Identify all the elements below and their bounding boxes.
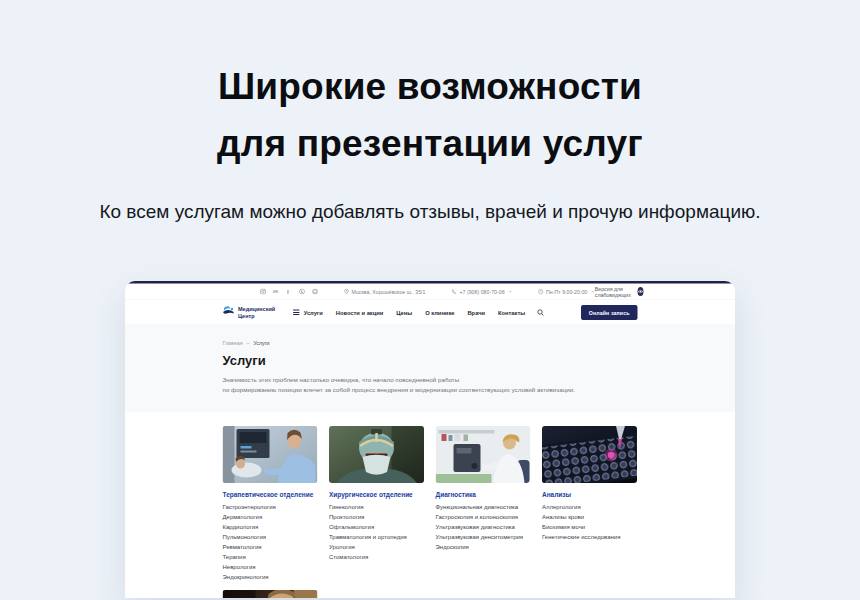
- instagram-icon[interactable]: [260, 288, 267, 295]
- service-link[interactable]: Ультразвуковая денситометрия: [436, 534, 531, 540]
- eye-icon[interactable]: [637, 287, 643, 296]
- service-link[interactable]: Проктология: [329, 514, 424, 520]
- menu-icon[interactable]: [293, 309, 300, 315]
- medical-site: VK f Москва, Хорошёвс: [125, 281, 735, 598]
- service-list: АллергологияАнализы кровиБиохимия мочиГе…: [542, 504, 637, 540]
- vk-icon[interactable]: VK: [273, 288, 280, 295]
- service-link[interactable]: Гастроскопия и колоноскопия: [436, 514, 531, 520]
- service-link[interactable]: Анализы крови: [542, 514, 637, 520]
- therapy-photo[interactable]: [223, 426, 318, 483]
- service-card-diagnostics: Диагностика Функциональная диагностикаГа…: [436, 426, 531, 584]
- service-link[interactable]: Гинекология: [329, 504, 424, 510]
- site-header: Медицинский Центр УслугиНовости и акцииЦ…: [125, 300, 735, 325]
- empty-cell: [542, 590, 637, 598]
- category-title[interactable]: Диагностика: [436, 491, 531, 498]
- location-pin-icon: [344, 288, 349, 294]
- service-link[interactable]: Ультразвуковая диагностика: [436, 524, 531, 530]
- service-link[interactable]: Стоматология: [329, 554, 424, 560]
- online-booking-button[interactable]: Онлайн запись: [581, 304, 638, 319]
- logo[interactable]: Медицинский Центр: [223, 305, 276, 318]
- hero-subtitle: Ко всем услугам можно добавлять отзывы, …: [0, 201, 860, 223]
- service-link[interactable]: Терапия: [223, 554, 318, 560]
- whatsapp-icon[interactable]: [312, 288, 319, 295]
- surgery-photo[interactable]: [329, 426, 424, 483]
- chevron-down-icon: [509, 290, 513, 293]
- service-list: Функциональная диагностикаГастроскопия и…: [436, 504, 531, 550]
- logo-line1: Медицинский: [238, 306, 275, 312]
- service-link[interactable]: Ревматология: [223, 544, 318, 550]
- svg-text:f: f: [287, 288, 289, 294]
- analyses-photo[interactable]: [542, 426, 637, 483]
- clock-icon: [538, 288, 544, 294]
- hours-item[interactable]: Пн-Пт 9:00-20:00: [538, 288, 595, 294]
- working-hours: Пн-Пт 9:00-20:00: [546, 288, 587, 294]
- intro-text: Значимость этих проблем настолько очевид…: [223, 375, 638, 395]
- empty-cell: [436, 590, 531, 598]
- nav-item-5[interactable]: Врачи: [467, 309, 485, 315]
- nav-item-3[interactable]: Цены: [396, 309, 412, 315]
- breadcrumb-current: Услуги: [253, 340, 269, 346]
- next-row-photo[interactable]: [223, 590, 318, 598]
- service-link[interactable]: Неврология: [223, 564, 318, 570]
- social-links: VK f: [260, 288, 319, 295]
- category-title[interactable]: Анализы: [542, 491, 637, 498]
- svg-text:VK: VK: [273, 289, 279, 294]
- service-link[interactable]: Урология: [329, 544, 424, 550]
- page-title: Услуги: [223, 352, 638, 368]
- site-preview-window: VK f Москва, Хорошёвс: [125, 281, 735, 598]
- main-nav: УслугиНовости и акцииЦеныО клиникеВрачиК…: [293, 309, 525, 315]
- phone-number: +7 (908) 080-70-08: [459, 288, 504, 294]
- intro-line1: Значимость этих проблем настолько очевид…: [223, 376, 460, 383]
- service-list: ГинекологияПроктологияОфтальмологияТравм…: [329, 504, 424, 560]
- hero-section: Широкие возможности для презентации услу…: [0, 0, 860, 223]
- nav-item-4[interactable]: О клинике: [425, 309, 454, 315]
- diagnostics-photo[interactable]: [436, 426, 531, 483]
- address-text: Москва, Хорошёвское ш., 35/1: [352, 288, 426, 294]
- empty-cell: [329, 590, 424, 598]
- service-card-surgery: Хирургическое отделение ГинекологияПрокт…: [329, 426, 424, 584]
- viber-icon[interactable]: [299, 288, 306, 295]
- nav-item-2[interactable]: Новости и акции: [336, 309, 384, 315]
- service-link[interactable]: Функциональная диагностика: [436, 504, 531, 510]
- phone-icon: [451, 288, 457, 294]
- service-link[interactable]: Аллергология: [542, 504, 637, 510]
- address-item: Москва, Хорошёвское ш., 35/1: [344, 288, 425, 294]
- service-list: ГастроэнтерологияДерматологияКардиология…: [223, 504, 318, 580]
- logo-text: Медицинский Центр: [238, 306, 275, 319]
- hero-title-line1: Широкие возможности: [218, 66, 642, 107]
- service-card-next-row: [223, 590, 318, 598]
- search-icon[interactable]: [537, 308, 544, 315]
- breadcrumb-home[interactable]: Главная: [223, 340, 243, 346]
- service-link[interactable]: Гастроэнтерология: [223, 504, 318, 510]
- category-title[interactable]: Хирургическое отделение: [329, 491, 424, 498]
- logo-icon: [223, 305, 235, 318]
- service-link[interactable]: Офтальмология: [329, 524, 424, 530]
- hero-title-line2: для презентации услуг: [217, 123, 643, 164]
- service-link[interactable]: Биохимия мочи: [542, 524, 637, 530]
- service-link[interactable]: Травматология и ортопедия: [329, 534, 424, 540]
- service-card-analyses: Анализы АллергологияАнализы кровиБиохими…: [542, 426, 637, 584]
- service-link[interactable]: Эндоскопия: [436, 544, 531, 550]
- nav-item-1[interactable]: Услуги: [304, 309, 323, 315]
- hero-title: Широкие возможности для презентации услу…: [0, 58, 860, 173]
- logo-line2: Центр: [238, 312, 255, 318]
- intro-line2: по формированию позиции влечет за собой …: [223, 386, 576, 393]
- service-link[interactable]: Эндокринология: [223, 574, 318, 580]
- page-head-band: Главная – Услуги Услуги Значимость этих …: [125, 325, 735, 412]
- category-title[interactable]: Терапевтическое отделение: [223, 491, 318, 498]
- service-card-therapy: Терапевтическое отделение Гастроэнтероло…: [223, 426, 318, 584]
- services-grid: Терапевтическое отделение Гастроэнтероло…: [223, 426, 638, 598]
- breadcrumb: Главная – Услуги: [223, 340, 638, 346]
- nav-item-6[interactable]: Контакты: [498, 309, 525, 315]
- site-topbar: VK f Москва, Хорошёвс: [125, 283, 735, 300]
- service-link[interactable]: Пульмонология: [223, 534, 318, 540]
- accessibility-version[interactable]: Версия для слабовидящих: [595, 285, 644, 297]
- breadcrumb-separator: –: [246, 340, 249, 346]
- facebook-icon[interactable]: f: [286, 288, 293, 295]
- service-link[interactable]: Дерматология: [223, 514, 318, 520]
- accessibility-label: Версия для слабовидящих: [595, 285, 634, 297]
- service-link[interactable]: Кардиология: [223, 524, 318, 530]
- phone-item[interactable]: +7 (908) 080-70-08: [451, 288, 512, 294]
- service-link[interactable]: Генетические исследования: [542, 534, 637, 540]
